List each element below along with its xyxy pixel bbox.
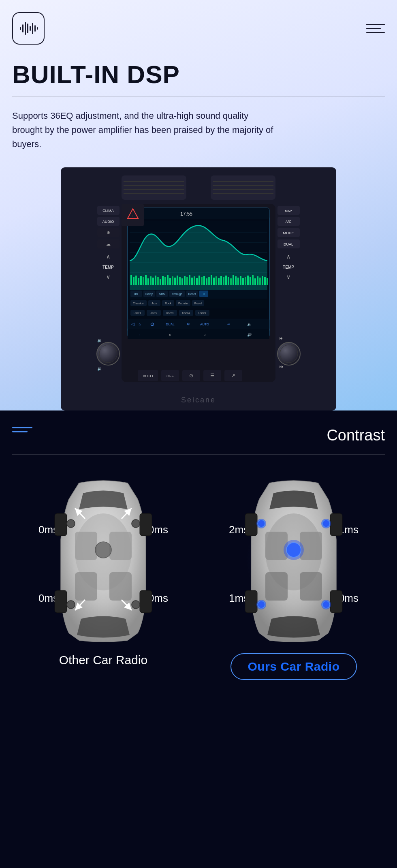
svg-rect-200	[300, 532, 322, 560]
svg-text:MODE: MODE	[283, 231, 294, 235]
svg-text:←: ←	[138, 333, 142, 337]
svg-text:User4: User4	[182, 312, 190, 314]
svg-rect-42	[160, 279, 161, 285]
svg-text:DUAL: DUAL	[284, 242, 293, 246]
svg-rect-71	[230, 278, 232, 285]
svg-rect-43	[162, 276, 164, 285]
svg-rect-68	[223, 277, 224, 285]
svg-text:🔊: 🔊	[247, 332, 252, 337]
svg-rect-45	[167, 275, 169, 285]
car-interior-svg: 17:55	[61, 167, 336, 410]
other-car-view: 0ms 0ms 0ms 0ms	[43, 475, 164, 645]
svg-point-191	[67, 601, 75, 609]
svg-rect-66	[218, 278, 220, 285]
svg-text:User2: User2	[150, 312, 158, 314]
svg-rect-75	[240, 276, 241, 285]
other-car-svg	[47, 475, 160, 645]
svg-text:Reset: Reset	[194, 302, 202, 305]
svg-rect-38	[150, 276, 152, 285]
svg-point-212	[286, 543, 301, 557]
svg-rect-198	[330, 590, 342, 613]
svg-rect-10	[211, 175, 275, 200]
svg-point-206	[322, 520, 330, 527]
svg-rect-197	[330, 513, 342, 536]
car-radio-image: 17:55	[12, 167, 385, 410]
svg-rect-59	[201, 277, 203, 285]
svg-text:🔉: 🔉	[97, 338, 102, 343]
svg-text:⏮: ⏮	[280, 364, 284, 369]
svg-text:↗: ↗	[231, 373, 235, 378]
svg-rect-73	[235, 276, 237, 285]
svg-text:dts: dts	[134, 293, 138, 295]
svg-text:❄: ❄	[187, 322, 190, 326]
svg-text:0: 0	[169, 333, 171, 337]
svg-rect-40	[155, 276, 156, 285]
title-divider	[12, 96, 385, 97]
svg-rect-86	[267, 278, 268, 285]
svg-text:User1: User1	[134, 312, 141, 314]
svg-rect-33	[138, 278, 139, 285]
svg-point-192	[132, 601, 140, 609]
other-car-label-container: Other Car Radio	[59, 653, 147, 667]
svg-rect-41	[157, 277, 159, 285]
svg-rect-48	[174, 278, 176, 285]
svg-rect-187	[75, 572, 97, 601]
svg-rect-0	[20, 27, 21, 30]
svg-text:❄: ❄	[107, 230, 110, 235]
svg-rect-85	[264, 277, 266, 285]
contrast-divider	[12, 454, 385, 455]
svg-text:AUTO: AUTO	[143, 374, 153, 378]
svg-rect-65	[216, 276, 217, 285]
logo	[12, 12, 45, 45]
svg-text:∧: ∧	[106, 253, 110, 260]
svg-rect-185	[75, 532, 97, 560]
svg-text:Seicane: Seicane	[181, 396, 216, 404]
svg-rect-9	[122, 175, 186, 200]
svg-rect-188	[109, 572, 132, 601]
ours-car-label-button[interactable]: Ours Car Radio	[231, 653, 356, 680]
svg-rect-32	[135, 276, 137, 285]
svg-rect-78	[247, 276, 249, 285]
svg-text:◁: ◁	[131, 322, 134, 326]
svg-text:A/C: A/C	[285, 220, 292, 224]
svg-rect-6	[34, 25, 36, 32]
contrast-icon	[12, 427, 32, 432]
svg-rect-183	[140, 513, 152, 536]
svg-rect-31	[133, 277, 134, 285]
svg-rect-7	[37, 27, 38, 30]
svg-text:Classical: Classical	[133, 302, 144, 305]
svg-rect-52	[184, 276, 186, 285]
svg-rect-50	[179, 277, 181, 285]
svg-text:AUTO: AUTO	[200, 323, 209, 326]
svg-rect-84	[262, 276, 263, 285]
svg-rect-47	[172, 276, 173, 285]
svg-rect-49	[177, 276, 178, 285]
svg-rect-70	[228, 277, 229, 285]
svg-rect-69	[225, 276, 227, 285]
svg-point-189	[67, 520, 75, 528]
contrast-header: Contrast	[12, 427, 385, 444]
svg-text:MAP: MAP	[285, 209, 292, 213]
svg-text:∧: ∧	[286, 253, 290, 260]
other-car-item: 0ms 0ms 0ms 0ms	[12, 475, 194, 680]
svg-rect-72	[233, 275, 234, 285]
svg-rect-195	[245, 513, 257, 536]
svg-rect-64	[213, 278, 215, 285]
svg-rect-80	[252, 275, 254, 285]
svg-point-193	[95, 542, 111, 558]
ours-car-label-container[interactable]: Ours Car Radio	[231, 653, 356, 680]
svg-rect-5	[32, 23, 33, 34]
menu-button[interactable]	[366, 24, 385, 33]
svg-text:∨: ∨	[106, 274, 110, 280]
svg-rect-202	[300, 572, 322, 601]
svg-rect-37	[147, 278, 149, 285]
svg-rect-60	[203, 276, 205, 285]
svg-text:0: 0	[203, 293, 205, 295]
svg-rect-39	[152, 278, 154, 285]
svg-rect-3	[27, 24, 28, 33]
svg-rect-201	[265, 572, 288, 601]
svg-rect-57	[196, 278, 198, 285]
svg-rect-54	[189, 275, 190, 285]
svg-rect-2	[25, 22, 26, 35]
svg-text:∨: ∨	[286, 274, 290, 280]
